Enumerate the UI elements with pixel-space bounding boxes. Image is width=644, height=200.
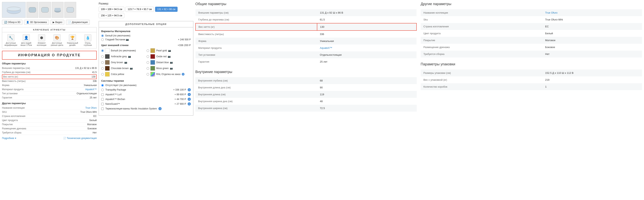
size-label: Размер: [99,2,193,5]
therapy-check-nanoguard[interactable] [101,103,104,105]
color-grid: Белый (по умолчанию) Pearl gold 📷 Anthra… [101,48,191,77]
color-ral: RAL Отделка на заказ i [146,72,191,77]
key-attributes-title: КЛЮЧЕВЫЕ АТРИБУТЫ [2,27,96,32]
color-grey-brown: Grey brown 📷 [101,60,146,65]
info-icon-nordic: i [158,107,162,110]
additional-options: ДОПОЛНИТЕЛЬНЫЕ ОПЦИИ Варианты Материалов… [99,21,193,115]
therapy-check-lux[interactable] [101,93,104,96]
therapy-tranquility: Tranquility Package + 336 100 Р i [101,88,191,91]
table-row: Внутренняя глубина (см) 68 [195,77,417,84]
btn-video[interactable]: ▶ Видео [50,20,64,25]
main-product-image[interactable] [2,2,26,18]
btn-3d-ergonomics[interactable]: 👤 3D Эргономика [24,20,49,25]
table-row-weight-highlighted: Вес нетто (кг) 130 [196,23,416,30]
color-radio-anthracite[interactable] [101,55,104,58]
color-radio-colza[interactable] [101,73,104,76]
camera-icon-distant-blue: 📷 [170,61,173,64]
thumb-1[interactable] [26,2,38,18]
attr-modifications: 🔧 Доступные модификации [4,34,18,46]
person-icon: 👤 [26,21,29,24]
attr-colors: 🎨 Доступные разные цвета [50,34,64,46]
modifications-icon: 🔧 [7,34,14,41]
therapy-check-nordic[interactable] [101,107,104,110]
svg-rect-3 [42,7,48,12]
therapy-check-biosan[interactable] [101,98,104,100]
product-info-banner: ИНФОРМАЦИЯ О ПРОДУКТЕ [2,51,97,60]
swatch-chocolate [105,66,110,71]
right-packaging-title: Параметры упаковки [421,62,642,66]
table-row: Материал продукта AquateX™ [196,44,416,51]
table-row: Размещение дренажа Боковое [421,44,642,51]
deep-icon: 💧 [84,34,91,41]
therapy-nanoguard: NanoGuard™ + 27 900 Р i [101,102,191,105]
size-btn-4[interactable]: 156 × 125 × 94.5 см [99,13,124,18]
table-row: Страна изготовления ЕС [421,23,642,30]
thumb-3[interactable] [52,2,64,18]
size-btn-3[interactable]: 131 × 92 × 86 см [155,7,178,12]
camera-icon-pearl: 📷 [168,49,171,52]
swatch-moss-green [150,66,155,71]
table-row: Гарантия 25 лет [196,58,416,65]
table-row: Покрытие Матовое [421,37,642,44]
color-radio-white[interactable] [101,49,104,52]
material-radio-sandy[interactable] [101,38,104,41]
info-icon-nanoguard: i [188,102,191,105]
therapy-nordic: Термоизоляция ванны Nordic Insulation Sy… [101,107,191,110]
table-row: Sku True Ofuro-Wht [421,16,642,23]
color-radio-ral[interactable] [146,73,149,76]
param-shape-left: Форма Уникальная [2,83,97,87]
color-radio-oxide-red[interactable] [146,55,149,58]
more-link[interactable]: Подробнее ▾ [2,137,16,140]
main-container: 🔄 Обзор в 3D 👤 3D Эргономика ▶ Видео 📄 Д… [0,0,644,200]
param-country-left: Страна изготовления ЕС [2,114,97,118]
material-radio-white[interactable] [101,34,104,37]
color-pearl-gold: Pearl gold 📷 [146,48,191,53]
therapy-lux: AquateX™ LuX + 89 600 Р i [101,93,191,96]
svg-point-1 [7,7,21,11]
info-icon-biosan: i [188,98,191,101]
therapy-radio-none[interactable] [101,84,104,87]
param-sku-left: SKU True Ofuro-Wht [2,110,97,114]
general-params-title-left: Общие параметры [2,62,97,65]
color-radio-distant-blue[interactable] [146,61,149,64]
swatch-white [105,48,110,53]
therapy-none: Отсутствует (по умолчанию) [101,84,191,87]
left-general-params: Общие параметры Внешние параметры (см) 1… [2,62,97,100]
options-content: Варианты Материалов Белый (по умолчанию)… [99,27,193,115]
size-btn-1[interactable]: 109 × 109 × 94.5 см [99,7,124,12]
size-btn-2[interactable]: 123.7 × 78.9 × 93.7 см [126,7,154,12]
svg-rect-6 [67,7,74,12]
color-distant-blue: Distant blue 📷 [146,60,191,65]
btn-docs[interactable]: 📄 Документация [66,20,90,25]
table-row: Внутренняя длина (см) 119 [195,91,417,98]
color-anthracite: Anthracite grey 📷 [101,54,146,59]
right-other-title: Другие параметры [421,2,642,6]
info-icon-lux: i [188,93,191,96]
swatch-ral [150,72,155,77]
thumb-2[interactable] [39,2,51,18]
swatch-colza [105,72,110,77]
table-row: Требуется сборка Нет [421,51,642,57]
color-radio-grey-brown[interactable] [101,61,104,64]
table-row: Глубина до перелива (см) 61.5 [196,16,416,23]
table-row: Размеры упаковки (см) 152.5 Д х 110 Ш х … [421,70,642,76]
color-radio-moss-green[interactable] [146,67,149,70]
therapy-radio-tranquility[interactable] [101,89,104,91]
right-right-panel: Другие параметры Название коллекции True… [421,2,642,198]
info-icon-tranquility: i [188,88,191,91]
thumb-4[interactable] [64,2,76,18]
table-row: Цвет продукта Белый [421,30,642,37]
product-images [2,2,97,18]
camera-icon-grey-brown: 📷 [124,61,127,64]
color-radio-chocolate[interactable] [101,67,104,70]
btn-3d-overview[interactable]: 🔄 Обзор в 3D [2,20,22,25]
right-internal-params: Внутриние параметры Внутренняя глубина (… [195,70,417,112]
tech-docs-link[interactable]: 📄 Техническая документация [63,137,97,140]
color-radio-pearl-gold[interactable] [146,49,149,52]
nav-buttons: 🔄 Обзор в 3D 👤 3D Эргономика ▶ Видео 📄 Д… [2,20,97,25]
doc-icon: 📄 [68,21,71,24]
attributes-icons: 🔧 Доступные модификации 👤 Для людей выше… [2,32,96,48]
therapy-biosan: AquateX™ BioSan + 44 700 Р i [101,98,191,101]
right-left-panel: Общие параметры Внешние параметры (см) 1… [195,2,417,198]
play-icon: ▶ [53,21,54,24]
